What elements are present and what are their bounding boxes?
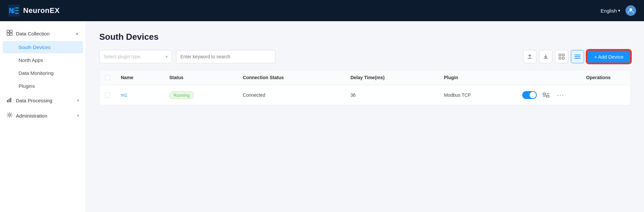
devices-table: Name Status Connection Status Delay Time… xyxy=(100,70,630,105)
svg-rect-13 xyxy=(7,100,8,102)
row-checkbox[interactable] xyxy=(105,92,110,98)
device-toggle[interactable] xyxy=(522,91,537,99)
col-status: Status xyxy=(164,70,238,85)
language-label: English xyxy=(601,8,617,14)
plugin-select-chevron: ▾ xyxy=(165,54,168,59)
sidebar-item-south-devices[interactable]: South Devices xyxy=(3,41,83,53)
devices-table-container: Name Status Connection Status Delay Time… xyxy=(99,70,631,105)
data-collection-chevron: ▲ xyxy=(75,31,79,36)
row-delay-cell: 36 xyxy=(345,85,438,105)
sidebar: Data Collection ▲ South Devices North Ap… xyxy=(0,21,86,212)
svg-point-8 xyxy=(629,8,632,11)
header: N NeuronEX English ▾ xyxy=(0,0,644,21)
add-device-button[interactable]: + Add Device xyxy=(587,50,631,63)
svg-rect-18 xyxy=(559,54,561,56)
svg-rect-21 xyxy=(562,57,564,59)
sidebar-item-data-monitoring[interactable]: Data Monitoring xyxy=(3,67,83,79)
administration-label: Administration xyxy=(16,113,47,119)
col-operations: Operations xyxy=(517,70,630,85)
avatar[interactable] xyxy=(625,5,636,16)
row-connection-cell: Connected xyxy=(238,85,345,105)
toolbar: Select plugin type ▾ xyxy=(99,50,631,63)
data-processing-label: Data Processing xyxy=(16,98,52,103)
toolbar-icons: + Add Device xyxy=(523,50,631,63)
row-checkbox-cell xyxy=(100,85,115,105)
logo-icon: N xyxy=(8,5,20,17)
sidebar-section-data-collection: Data Collection ▲ South Devices North Ap… xyxy=(0,26,86,92)
svg-rect-25 xyxy=(543,93,546,95)
select-all-header xyxy=(100,70,115,85)
table-header-row: Name Status Connection Status Delay Time… xyxy=(100,70,630,85)
sidebar-section-header-data-collection[interactable]: Data Collection ▲ xyxy=(0,26,86,40)
list-view-button[interactable] xyxy=(571,50,584,63)
device-link-m1[interactable]: m1 xyxy=(121,92,127,98)
svg-rect-14 xyxy=(9,99,10,102)
svg-rect-15 xyxy=(10,98,11,102)
page-title: South Devices xyxy=(99,32,631,42)
svg-rect-20 xyxy=(559,57,561,59)
sidebar-section-administration: Administration ▾ xyxy=(0,109,86,123)
svg-point-17 xyxy=(9,114,11,116)
sidebar-section-data-processing: Data Processing ▾ xyxy=(0,93,86,107)
operations-cell: ··· xyxy=(522,90,625,100)
table-row: m1 Running Connected 36 Modbus TCP xyxy=(100,85,630,105)
svg-rect-19 xyxy=(562,54,564,56)
gear-icon xyxy=(7,112,13,119)
language-selector[interactable]: English ▾ xyxy=(601,8,620,14)
svg-rect-9 xyxy=(7,30,9,32)
row-operations-cell: ··· xyxy=(517,85,630,105)
plugin-select-placeholder: Select plugin type xyxy=(104,54,140,59)
upload-button[interactable] xyxy=(523,50,536,63)
row-name-cell: m1 xyxy=(115,85,164,105)
col-plugin: Plugin xyxy=(438,70,517,85)
select-all-checkbox[interactable] xyxy=(105,75,110,80)
main-content: South Devices Select plugin type ▾ xyxy=(86,21,644,212)
plugin-type-select[interactable]: Select plugin type ▾ xyxy=(99,50,172,63)
data-processing-chevron: ▾ xyxy=(77,98,79,103)
sidebar-item-north-apps[interactable]: North Apps xyxy=(3,54,83,66)
sidebar-section-header-data-processing[interactable]: Data Processing ▾ xyxy=(0,93,86,107)
search-input-wrap[interactable] xyxy=(176,50,275,63)
svg-rect-11 xyxy=(7,33,9,35)
row-status-cell: Running xyxy=(164,85,238,105)
sidebar-section-header-administration[interactable]: Administration ▾ xyxy=(0,109,86,123)
svg-rect-12 xyxy=(10,33,12,35)
status-badge: Running xyxy=(169,91,194,99)
col-name: Name xyxy=(115,70,164,85)
download-button[interactable] xyxy=(539,50,552,63)
device-config-button[interactable] xyxy=(541,90,551,100)
col-connection-status: Connection Status xyxy=(238,70,345,85)
svg-rect-10 xyxy=(10,30,12,32)
logo-text: NeuronEX xyxy=(23,6,60,15)
table-icon xyxy=(7,30,13,37)
logo-area: N NeuronEX xyxy=(8,5,60,17)
administration-chevron: ▾ xyxy=(77,113,79,118)
header-right: English ▾ xyxy=(601,5,636,16)
row-plugin-cell: Modbus TCP xyxy=(438,85,517,105)
svg-rect-26 xyxy=(546,95,549,97)
chevron-down-icon: ▾ xyxy=(618,8,620,13)
col-delay-time: Delay Time(ms) xyxy=(345,70,438,85)
search-input[interactable] xyxy=(180,54,271,59)
main-layout: Data Collection ▲ South Devices North Ap… xyxy=(0,21,644,212)
device-more-button[interactable]: ··· xyxy=(555,90,566,100)
sidebar-item-plugins[interactable]: Plugins xyxy=(3,80,83,92)
data-collection-label: Data Collection xyxy=(16,31,50,36)
grid-view-button[interactable] xyxy=(555,50,568,63)
chart-icon xyxy=(7,97,13,104)
